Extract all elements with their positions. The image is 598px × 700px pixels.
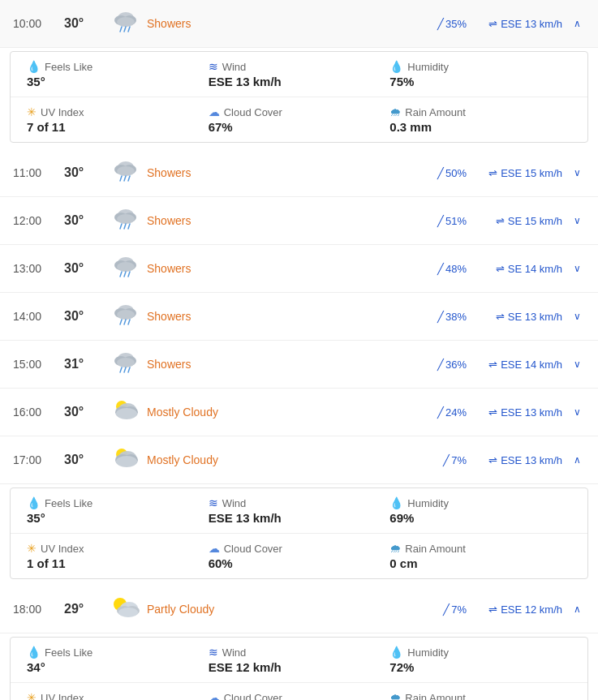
temp-8: 29° <box>64 602 105 616</box>
weather-row-6[interactable]: 16:00 30° Mostly Cloudy ╱ 24% ⇌ ESE 13 k… <box>0 389 598 436</box>
uv-item: ✳ UV Index 0 of 11 <box>27 691 209 700</box>
feels-like-label: Feels Like <box>45 646 92 659</box>
time-0: 10:00 <box>13 17 58 30</box>
uv-label: UV Index <box>41 106 84 118</box>
weather-row-8[interactable]: 18:00 29° Partly Cloudy ╱ 7% ⇌ ESE 12 km… <box>0 586 598 633</box>
rain-drop-icon-0: ╱ <box>437 18 444 30</box>
rain-drop-icon-8: ╱ <box>443 603 450 616</box>
uv-icon: ✳ <box>27 542 37 555</box>
temp-6: 30° <box>64 405 105 419</box>
chevron-8[interactable]: ∧ <box>569 603 585 615</box>
weather-icon-0 <box>111 10 140 37</box>
cloud-cover-value: 67% <box>209 120 390 134</box>
svg-point-56 <box>118 608 138 617</box>
details-panel: 💧 Feels Like 34° ≋ Wind ESE 12 km/h 💧 <box>10 637 588 700</box>
chevron-5[interactable]: ∨ <box>569 359 585 370</box>
temp-7: 30° <box>64 453 105 467</box>
chevron-0[interactable]: ∧ <box>569 18 585 29</box>
rain-drop-icon-6: ╱ <box>437 406 444 419</box>
svg-point-38 <box>117 358 135 367</box>
temp-4: 30° <box>64 309 105 324</box>
weather-row-4[interactable]: 14:00 30° Showers ╱ 38% ⇌ SE 13 km/h ∨ <box>0 293 598 341</box>
svg-point-3 <box>117 17 135 27</box>
weather-row-2[interactable]: 12:00 30° Showers ╱ 51% ⇌ SE 15 km/h ∨ <box>0 197 598 245</box>
rain-chance-5: ╱ 36% <box>414 359 467 371</box>
feels-like-value: 35° <box>27 75 209 88</box>
weather-row-7[interactable]: 17:00 30° Mostly Cloudy ╱ 7% ⇌ ESE 13 km… <box>0 436 598 484</box>
humidity-value: 75% <box>389 75 571 88</box>
temp-0: 30° <box>64 16 105 31</box>
temp-2: 30° <box>64 213 105 228</box>
details-panel: 💧 Feels Like 35° ≋ Wind ESE 13 km/h 💧 <box>10 51 588 143</box>
humidity-icon: 💧 <box>389 60 403 73</box>
rain-amount-label: Rain Amount <box>405 692 465 701</box>
rain-amount-label: Rain Amount <box>405 543 465 555</box>
cloud-cover-item: ☁ Cloud Cover 53% <box>209 691 390 700</box>
wind-label: Wind <box>222 646 247 659</box>
svg-line-33 <box>124 320 126 324</box>
wind-info-6: ⇌ ESE 13 km/h <box>473 406 562 419</box>
details-row-top: 💧 Feels Like 35° ≋ Wind ESE 13 km/h 💧 <box>11 52 587 97</box>
chevron-6[interactable]: ∨ <box>569 406 585 418</box>
condition-7: Mostly Cloudy <box>147 453 407 466</box>
condition-0: Showers <box>147 17 407 30</box>
temp-1: 30° <box>64 165 105 180</box>
condition-8: Partly Cloudy <box>147 603 407 616</box>
feels-like-label: Feels Like <box>45 61 92 73</box>
uv-value: 1 of 11 <box>27 556 209 570</box>
svg-line-19 <box>124 224 126 229</box>
uv-icon: ✳ <box>27 691 37 700</box>
cloud-cover-label: Cloud Cover <box>224 106 282 118</box>
rain-chance-8: ╱ 7% <box>414 603 467 616</box>
cloud-cover-label: Cloud Cover <box>224 543 282 555</box>
wind-info-4: ⇌ SE 13 km/h <box>473 311 562 323</box>
details-row-top: 💧 Feels Like 34° ≋ Wind ESE 12 km/h 💧 <box>11 638 587 683</box>
weather-row-0[interactable]: 10:00 30° Showers ╱ 35% ⇌ ESE 13 km/h ∧ <box>0 0 598 48</box>
chevron-1[interactable]: ∨ <box>569 167 585 178</box>
rain-chance-4: ╱ 38% <box>414 311 467 323</box>
temp-5: 31° <box>64 357 105 371</box>
wind-arrows-icon-7: ⇌ <box>488 454 497 466</box>
cloud-cover-icon: ☁ <box>209 691 220 700</box>
humidity-label: Humidity <box>407 497 449 509</box>
svg-line-25 <box>120 272 122 277</box>
humidity-icon: 💧 <box>389 646 403 659</box>
svg-line-32 <box>120 320 122 324</box>
details-row-bottom: ✳ UV Index 1 of 11 ☁ Cloud Cover 60% 🌧 <box>11 534 587 578</box>
svg-line-41 <box>128 367 130 372</box>
chevron-4[interactable]: ∨ <box>569 311 585 322</box>
chevron-7[interactable]: ∧ <box>569 454 585 466</box>
chevron-3[interactable]: ∨ <box>569 263 585 274</box>
rain-drop-icon-2: ╱ <box>437 215 444 227</box>
rain-drop-icon-1: ╱ <box>437 167 444 179</box>
svg-line-18 <box>120 224 122 229</box>
cloud-cover-item: ☁ Cloud Cover 60% <box>209 542 390 570</box>
chevron-2[interactable]: ∨ <box>569 215 585 226</box>
feels-like-item: 💧 Feels Like 35° <box>27 60 209 88</box>
wind-arrows-icon-8: ⇌ <box>488 603 497 616</box>
svg-line-26 <box>124 272 126 277</box>
humidity-value: 72% <box>389 660 571 674</box>
weather-icon-4 <box>111 303 140 330</box>
wind-item: ≋ Wind ESE 13 km/h <box>209 496 390 525</box>
uv-item: ✳ UV Index 1 of 11 <box>27 542 209 570</box>
weather-row-1[interactable]: 11:00 30° Showers ╱ 50% ⇌ ESE 15 km/h ∨ <box>0 149 598 197</box>
cloud-cover-value: 60% <box>209 556 390 570</box>
time-8: 18:00 <box>13 603 58 616</box>
wind-info-0: ⇌ ESE 13 km/h <box>473 18 562 30</box>
uv-label: UV Index <box>41 543 84 555</box>
svg-line-40 <box>124 367 126 372</box>
weather-icon-8 <box>111 595 140 623</box>
svg-point-24 <box>117 262 135 272</box>
wind-arrows-icon-6: ⇌ <box>488 406 497 419</box>
condition-5: Showers <box>147 358 407 371</box>
wind-arrows-icon-4: ⇌ <box>496 311 505 323</box>
condition-2: Showers <box>147 214 407 227</box>
humidity-label: Humidity <box>407 61 449 73</box>
weather-row-5[interactable]: 15:00 31° Showers ╱ 36% ⇌ ESE 14 km/h ∨ <box>0 341 598 389</box>
cloud-cover-item: ☁ Cloud Cover 67% <box>209 105 390 134</box>
rain-amount-item: 🌧 Rain Amount 0 cm <box>389 691 571 700</box>
time-5: 15:00 <box>13 358 58 371</box>
wind-value: ESE 12 km/h <box>209 660 390 674</box>
weather-row-3[interactable]: 13:00 30° Showers ╱ 48% ⇌ SE 14 km/h ∨ <box>0 245 598 293</box>
